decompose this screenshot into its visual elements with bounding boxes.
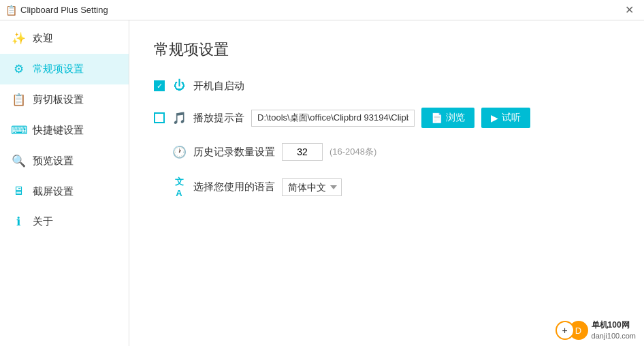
sidebar: ✨ 欢迎 ⚙ 常规项设置 📋 剪切板设置 ⌨ 快捷键设置 🔍 预览设置 🖥 截屏…: [0, 20, 129, 346]
browse-button[interactable]: 📄 浏览: [421, 108, 474, 128]
autostart-icon: ⏻: [172, 79, 187, 93]
sidebar-label-about: 关于: [33, 215, 53, 228]
autostart-row: ✓ ⏻ 开机自启动: [154, 79, 619, 93]
sidebar-label-screenshot: 截屏设置: [33, 185, 74, 198]
folder-icon: 📄: [431, 112, 442, 123]
close-button[interactable]: ✕: [619, 2, 639, 18]
play-icon: ▶: [491, 112, 498, 123]
d-icon: D: [575, 326, 581, 336]
app-icon: 📋: [5, 5, 16, 16]
plus-icon: +: [562, 325, 567, 336]
logo-circle-plus: +: [556, 321, 575, 340]
sidebar-label-clipboard: 剪切板设置: [33, 93, 84, 106]
range-hint: (16-2048条): [329, 146, 376, 158]
sidebar-item-shortcuts[interactable]: ⌨ 快捷键设置: [0, 115, 129, 146]
page-title: 常规项设置: [154, 40, 619, 60]
check-mark: ✓: [157, 82, 163, 90]
sidebar-item-clipboard[interactable]: 📋 剪切板设置: [0, 84, 129, 115]
language-select[interactable]: 简体中文 English 繁體中文: [282, 178, 342, 196]
shortcuts-icon: ⌨: [11, 123, 26, 138]
clipboard-icon: 📋: [11, 93, 26, 107]
site-url: danji100.com: [592, 331, 636, 341]
sidebar-item-about[interactable]: ℹ 关于: [0, 206, 129, 237]
sound-prompt-row: 🎵 播放提示音 📄 浏览 ▶ 试听: [154, 108, 619, 128]
history-icon: 🕐: [172, 145, 187, 159]
about-icon: ℹ: [11, 215, 26, 229]
language-icon: 文A: [172, 176, 187, 198]
watermark-text: 单机100网 danji100.com: [592, 320, 636, 341]
main-layout: ✨ 欢迎 ⚙ 常规项设置 📋 剪切板设置 ⌨ 快捷键设置 🔍 预览设置 🖥 截屏…: [0, 20, 644, 346]
welcome-icon: ✨: [11, 31, 26, 46]
autostart-label: 开机自启动: [193, 80, 244, 93]
app-title: Clipboard Plus Setting: [20, 5, 108, 15]
sidebar-item-welcome[interactable]: ✨ 欢迎: [0, 23, 129, 54]
site-name: 单机100网: [592, 320, 636, 331]
sound-prompt-checkbox[interactable]: [154, 112, 165, 123]
language-label: 选择您使用的语言: [193, 180, 275, 193]
sidebar-label-preview: 预览设置: [33, 155, 74, 168]
browse-label: 浏览: [446, 112, 465, 124]
general-icon: ⚙: [11, 62, 26, 76]
sidebar-label-shortcuts: 快捷键设置: [33, 124, 84, 137]
history-count-input[interactable]: [282, 143, 323, 161]
content-area: 常规项设置 ✓ ⏻ 开机自启动 🎵 播放提示音 📄 浏览 ▶ 试听: [129, 20, 644, 346]
sidebar-item-screenshot[interactable]: 🖥 截屏设置: [0, 176, 129, 206]
watermark: + D 单机100网 danji100.com: [556, 320, 636, 341]
sidebar-item-preview[interactable]: 🔍 预览设置: [0, 146, 129, 176]
sidebar-label-general: 常规项设置: [33, 63, 84, 76]
sidebar-item-general[interactable]: ⚙ 常规项设置: [0, 54, 129, 84]
autostart-checkbox[interactable]: ✓: [154, 80, 165, 91]
title-bar: 📋 Clipboard Plus Setting ✕: [0, 0, 644, 20]
sidebar-label-welcome: 欢迎: [33, 32, 53, 45]
screenshot-icon: 🖥: [11, 185, 26, 198]
file-path-input[interactable]: [251, 110, 415, 127]
listen-label: 试听: [502, 112, 521, 124]
sound-label: 播放提示音: [193, 112, 244, 125]
preview-icon: 🔍: [11, 154, 26, 168]
history-count-row: 🕐 历史记录数量设置 (16-2048条): [154, 143, 619, 161]
sound-icon: 🎵: [172, 111, 187, 125]
language-row: 文A 选择您使用的语言 简体中文 English 繁體中文: [154, 176, 619, 198]
title-bar-left: 📋 Clipboard Plus Setting: [5, 5, 108, 16]
watermark-logo: + D: [556, 321, 588, 340]
listen-button[interactable]: ▶ 试听: [481, 108, 530, 128]
history-label: 历史记录数量设置: [193, 146, 275, 159]
